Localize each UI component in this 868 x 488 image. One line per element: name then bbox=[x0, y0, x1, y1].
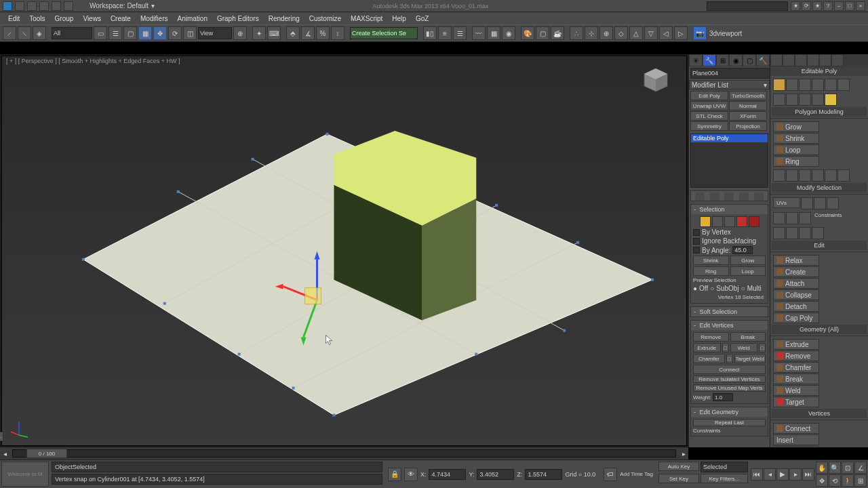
named-selection-set[interactable] bbox=[350, 27, 418, 39]
radio-off[interactable]: Off bbox=[699, 285, 708, 292]
ref-coord[interactable] bbox=[198, 27, 232, 39]
tab-motion[interactable]: ◉ bbox=[729, 54, 743, 66]
rib-insert[interactable]: Insert bbox=[773, 434, 819, 445]
nav-pan2-icon[interactable]: ✥ bbox=[816, 474, 828, 487]
btn-weld[interactable]: Weld bbox=[730, 343, 758, 352]
modifier-stack[interactable]: Editable Poly bbox=[690, 134, 768, 188]
align-icon[interactable]: ≡ bbox=[438, 26, 452, 40]
pivot-icon[interactable]: ⊕ bbox=[233, 26, 247, 40]
timeline-next-icon[interactable]: ▸ bbox=[679, 450, 688, 458]
btn-target-weld[interactable]: Target Weld bbox=[734, 354, 766, 363]
rib-break[interactable]: Break bbox=[773, 373, 819, 384]
menu-rendering[interactable]: Rendering bbox=[264, 14, 304, 24]
btn-remove-unused[interactable]: Remove Unused Map Verts bbox=[693, 384, 766, 392]
btn-extrude[interactable]: Extrude bbox=[693, 343, 721, 352]
mod-symmetry[interactable]: Symmetry bbox=[690, 121, 728, 131]
subobj-border[interactable] bbox=[724, 216, 735, 227]
mod-turbosmooth[interactable]: TurboSmooth bbox=[729, 91, 767, 100]
rib-target[interactable]: Target bbox=[773, 396, 819, 407]
rib-poly-icon[interactable] bbox=[812, 79, 824, 91]
y-input[interactable] bbox=[477, 469, 514, 480]
rib-tool5-icon[interactable] bbox=[825, 94, 837, 106]
menu-group[interactable]: Group bbox=[51, 14, 78, 24]
rib-edge-icon[interactable] bbox=[786, 79, 798, 91]
rib-c3-icon[interactable] bbox=[799, 212, 811, 224]
weight-input[interactable] bbox=[713, 393, 733, 401]
rotate-icon[interactable]: ⟳ bbox=[168, 26, 182, 40]
ribbon-tab-2[interactable] bbox=[783, 54, 795, 66]
z-input[interactable] bbox=[525, 469, 562, 480]
rib-element-icon[interactable] bbox=[825, 79, 837, 91]
mirror-icon[interactable]: ▮▯ bbox=[423, 26, 437, 40]
schematic-icon[interactable]: ▦ bbox=[487, 26, 500, 40]
ribbon-tab-6[interactable] bbox=[831, 54, 844, 66]
menu-tools[interactable]: Tools bbox=[25, 14, 49, 24]
rib-relax[interactable]: Relax bbox=[773, 255, 819, 266]
rib-ms2-icon[interactable] bbox=[786, 169, 798, 182]
rib-ms1-icon[interactable] bbox=[773, 169, 785, 182]
rib-uv2-icon[interactable] bbox=[814, 197, 826, 209]
tab-hierarchy[interactable]: ⊞ bbox=[716, 54, 730, 66]
goto-end-icon[interactable]: ⏭ bbox=[802, 468, 814, 481]
tab-modify[interactable]: 🔧 bbox=[703, 54, 716, 66]
workspace-dropdown-icon[interactable]: ▾ bbox=[151, 2, 155, 9]
key-filters-button[interactable]: Key Filters... bbox=[701, 474, 748, 483]
menu-help[interactable]: Help bbox=[388, 14, 410, 24]
rib-create[interactable]: Create bbox=[773, 266, 819, 277]
rib-attach[interactable]: Attach bbox=[773, 278, 819, 289]
rib-uv1-icon[interactable] bbox=[801, 197, 813, 209]
search-input[interactable] bbox=[707, 1, 788, 11]
menu-animation[interactable]: Animation bbox=[173, 14, 211, 24]
remove-mod-icon[interactable] bbox=[739, 192, 749, 201]
new-icon[interactable] bbox=[15, 1, 24, 11]
bind-icon[interactable]: ◈ bbox=[33, 26, 46, 40]
snap5-icon[interactable]: △ bbox=[629, 26, 643, 40]
ribbon-tab-5[interactable] bbox=[819, 54, 831, 66]
rib-dist-con[interactable]: Dist Con.. bbox=[773, 446, 819, 447]
app-icon[interactable] bbox=[3, 1, 12, 11]
render-setup-icon[interactable]: 🎨 bbox=[521, 26, 534, 40]
rib-tool3-icon[interactable] bbox=[799, 94, 811, 106]
btn-chamfer[interactable]: Chamfer bbox=[693, 354, 725, 363]
btn-shrink[interactable]: Shrink bbox=[693, 256, 729, 265]
mod-stl-check[interactable]: STL Check bbox=[690, 111, 728, 121]
menu-goz[interactable]: GoZ bbox=[412, 14, 433, 24]
chk-by-vertex[interactable] bbox=[693, 229, 700, 236]
undo-icon[interactable] bbox=[52, 1, 61, 11]
snap2-icon[interactable]: ⊹ bbox=[585, 26, 598, 40]
snap3-icon[interactable]: ⊕ bbox=[599, 26, 613, 40]
key-filter-dropdown[interactable] bbox=[701, 462, 748, 472]
window-crossing-icon[interactable]: ▦ bbox=[138, 26, 152, 40]
rib-connect[interactable]: Connect bbox=[773, 423, 819, 434]
btn-loop[interactable]: Loop bbox=[730, 266, 766, 276]
help-icon[interactable]: ★ bbox=[791, 1, 800, 11]
nav-zoom-ext-icon[interactable]: ⊡ bbox=[842, 462, 854, 474]
rib-cap-poly[interactable]: Cap Poly bbox=[773, 312, 819, 323]
subobj-vertex[interactable] bbox=[700, 216, 711, 227]
subobj-edge[interactable] bbox=[712, 216, 723, 227]
rib-chamfer[interactable]: Chamfer bbox=[773, 362, 819, 373]
rib-extrude[interactable]: Extrude bbox=[773, 339, 819, 350]
rib-c1-icon[interactable] bbox=[773, 212, 785, 224]
ribbon-tab-1[interactable] bbox=[770, 54, 783, 66]
rib-weld[interactable]: Weld bbox=[773, 385, 819, 396]
next-frame-icon[interactable]: ▸ bbox=[789, 468, 802, 481]
time-slider[interactable]: ◂ 0 / 100 ▸ bbox=[0, 447, 688, 460]
menu-graph-editors[interactable]: Graph Editors bbox=[213, 14, 263, 24]
chk-by-angle[interactable] bbox=[693, 247, 700, 253]
rib-tool4-icon[interactable] bbox=[812, 94, 824, 106]
mod-xform[interactable]: XForm bbox=[729, 111, 767, 121]
configure-sets-icon[interactable] bbox=[754, 192, 764, 201]
tab-create[interactable]: ✳ bbox=[689, 54, 703, 66]
minimize-icon[interactable]: – bbox=[834, 1, 844, 11]
unlink-icon[interactable]: ⟍ bbox=[18, 26, 31, 40]
rib-ring[interactable]: Ring bbox=[773, 156, 819, 167]
x-input[interactable] bbox=[429, 469, 466, 480]
rib-ms4-icon[interactable] bbox=[812, 169, 824, 182]
snap6-icon[interactable]: ▽ bbox=[644, 26, 658, 40]
time-slider-thumb[interactable]: 0 / 100 bbox=[26, 449, 67, 458]
isolate-icon[interactable]: 👁 bbox=[404, 468, 418, 481]
subobj-element[interactable] bbox=[749, 216, 760, 227]
nav-zoom-icon[interactable]: 🔍 bbox=[829, 462, 841, 474]
extrude-settings-icon[interactable]: □ bbox=[722, 343, 729, 352]
